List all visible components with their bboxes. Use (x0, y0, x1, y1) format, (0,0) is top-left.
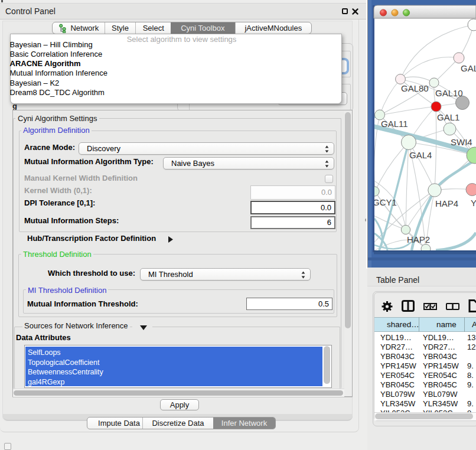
svg-text:GCY1: GCY1 (373, 197, 397, 207)
svg-text:GAL80: GAL80 (401, 83, 429, 93)
svg-text:GAL11: GAL11 (381, 119, 408, 129)
svg-text:SWI4: SWI4 (451, 137, 472, 147)
svg-text:GAL1: GAL1 (437, 112, 459, 122)
svg-text:HAP2: HAP2 (407, 234, 430, 244)
svg-text:GAL10: GAL10 (435, 88, 463, 98)
svg-text:GAL4: GAL4 (409, 150, 432, 160)
svg-text:Y: Y (471, 198, 476, 208)
svg-text:GAL2: GAL2 (461, 63, 476, 73)
svg-text:HAP4: HAP4 (435, 198, 458, 208)
